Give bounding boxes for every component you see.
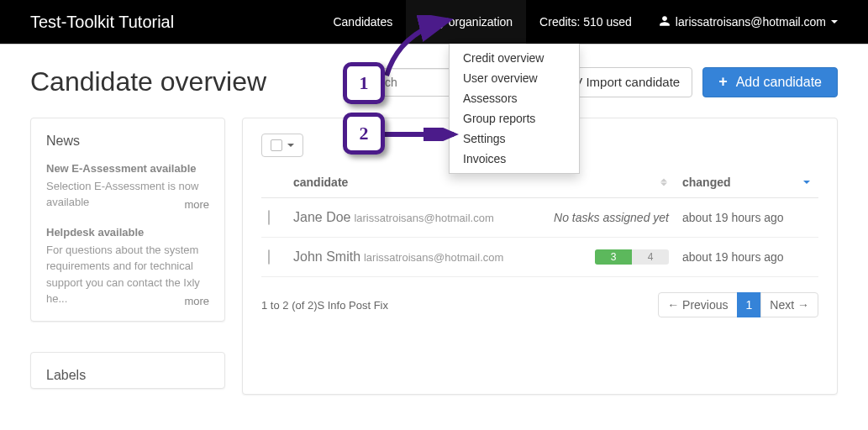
candidate-email: larissatroisans@hotmail.com (354, 212, 493, 224)
labels-heading: Labels (46, 368, 209, 383)
news-card: News New E-Assessment available Selectio… (30, 118, 225, 322)
add-candidate-label: Add candidate (736, 75, 822, 90)
candidate-email: larissatroisans@hotmail.com (364, 251, 503, 264)
dropdown-item-group-reports[interactable]: Group reports (450, 108, 579, 128)
tasks-cell: No tasks assigned yet (524, 198, 676, 238)
pager-page-1[interactable]: 1 (737, 292, 762, 317)
add-candidate-button[interactable]: + Add candidate (702, 67, 838, 97)
pager-next[interactable]: Next → (760, 292, 818, 317)
candidates-table: candidate changed (261, 167, 818, 277)
brand[interactable]: Test-Toolkit Tutorial (30, 13, 174, 32)
news-item: New E-Assessment available Selection E-A… (46, 162, 209, 211)
annotation-arrow-2-icon (385, 128, 460, 141)
row-checkbox[interactable] (268, 249, 270, 265)
table-row[interactable]: John Smith larissatroisans@hotmail.com 3… (261, 238, 818, 277)
news-heading: News (46, 134, 209, 149)
nav-user-label: larissatroisans@hotmail.com (676, 15, 826, 29)
sort-icon[interactable] (803, 181, 810, 184)
dropdown-item-credit-overview[interactable]: Credit overview (450, 48, 579, 68)
dropdown-item-assessors[interactable]: Assessors (450, 88, 579, 108)
pagination: ← Previous 1 Next → (659, 292, 818, 317)
bulk-select-dropdown[interactable] (261, 134, 303, 157)
annotation-step-1: 1 (343, 62, 385, 104)
tasks-cell: 3 4 (524, 238, 676, 277)
changed-cell: about 19 hours ago (676, 198, 818, 238)
changed-cell: about 19 hours ago (676, 238, 818, 277)
candidate-name: John Smith (293, 249, 360, 264)
news-item: Helpdesk available For questions about t… (46, 226, 209, 307)
news-more-link[interactable]: more (184, 198, 209, 211)
tasks-done-badge: 3 (595, 249, 632, 265)
page-title: Candidate overview (30, 66, 266, 97)
candidate-name: Jane Doe (293, 210, 351, 224)
tasks-total-badge: 4 (632, 249, 669, 265)
news-more-link[interactable]: more (184, 295, 209, 307)
plus-icon: + (718, 73, 728, 91)
chevron-down-icon (831, 20, 838, 24)
chevron-down-icon (287, 144, 294, 147)
table-footer-info: 1 to 2 (of 2)S Info Post Fix (261, 299, 388, 312)
dropdown-item-user-overview[interactable]: User overview (450, 68, 579, 88)
col-candidate-label: candidate (293, 176, 348, 189)
annotation-arrow-1-icon (383, 15, 459, 79)
annotation-step-2: 2 (343, 113, 385, 155)
row-checkbox[interactable] (268, 210, 270, 225)
pager-previous[interactable]: ← Previous (658, 292, 737, 317)
checkbox-icon (271, 139, 282, 151)
table-row[interactable]: Jane Doe larissatroisans@hotmail.com No … (261, 198, 818, 238)
dropdown-item-invoices[interactable]: Invoices (450, 149, 579, 169)
news-item-title: Helpdesk available (46, 226, 209, 240)
col-changed-label: changed (682, 176, 731, 189)
dropdown-item-settings[interactable]: Settings (450, 128, 579, 149)
news-item-title: New E-Assessment available (46, 162, 209, 176)
nav-user-menu[interactable]: larissatroisans@hotmail.com (645, 0, 855, 44)
my-organization-dropdown: Credit overview User overview Assessors … (449, 44, 580, 174)
sort-icon[interactable] (660, 179, 667, 186)
col-changed-header[interactable]: changed (676, 167, 818, 198)
user-icon (659, 15, 671, 29)
nav-credits[interactable]: Credits: 510 used (526, 0, 645, 44)
labels-card: Labels (30, 352, 225, 389)
